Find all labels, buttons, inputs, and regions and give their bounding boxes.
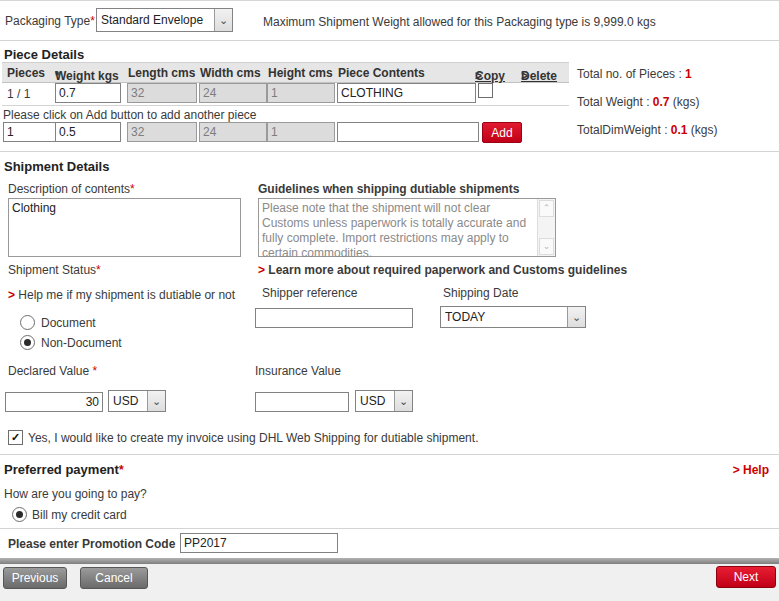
new-piece-contents-input[interactable] (337, 122, 479, 142)
shipping-date-value: TODAY (441, 310, 489, 324)
shipper-reference-input[interactable] (255, 308, 413, 328)
promo-code-input[interactable] (180, 533, 338, 553)
required-asterisk: * (119, 463, 124, 477)
shipper-reference-label: Shipper reference (262, 286, 357, 300)
add-button[interactable]: Add (482, 122, 522, 143)
chevron-down-icon: ⌄ (567, 307, 585, 327)
footer-divider-bar (0, 558, 779, 564)
new-piece-weight-input[interactable] (55, 122, 121, 142)
packaging-type-value: Standard Envelope (97, 13, 207, 27)
declared-currency-value: USD (109, 394, 142, 408)
document-radio[interactable] (20, 315, 35, 330)
shipment-details-title: Shipment Details (4, 159, 109, 174)
piece-details-title: Piece Details (4, 47, 84, 62)
total-pieces: Total no. of Pieces : 1 (577, 67, 692, 81)
document-radio-label: Document (41, 316, 96, 330)
piece-weight-input[interactable] (55, 83, 121, 103)
invoice-checkbox-label: Yes, I would like to create my invoice u… (28, 431, 478, 445)
learn-more-link[interactable]: > Learn more about required paperwork an… (258, 263, 627, 277)
declared-value-label: Declared Value * (8, 364, 97, 378)
col-length: Length cms (128, 66, 195, 80)
required-asterisk: * (55, 69, 60, 83)
shipping-date-label: Shipping Date (443, 286, 518, 300)
required-asterisk: * (96, 263, 101, 277)
total-weight: Total Weight : 0.7 (kgs) (577, 95, 700, 109)
description-textarea[interactable]: Clothing (8, 198, 241, 257)
piece-height-input (267, 83, 335, 103)
link-arrow-icon: > (8, 288, 15, 302)
chevron-down-icon: ⌄ (214, 9, 232, 31)
credit-card-radio[interactable] (12, 507, 27, 522)
check-icon: ✓ (11, 432, 20, 443)
shipment-status-label: Shipment Status* (8, 263, 101, 277)
col-contents: Piece Contents (338, 66, 425, 80)
max-weight-note: Maximum Shipment Weight allowed for this… (263, 15, 656, 29)
new-piece-count-input[interactable] (3, 122, 59, 142)
required-asterisk: * (93, 364, 98, 378)
divider (0, 151, 779, 152)
invoice-checkbox[interactable]: ✓ (8, 430, 23, 445)
cancel-button[interactable]: Cancel (80, 567, 148, 589)
preferred-payment-title: Preferred payment* (4, 462, 124, 477)
packaging-type-select[interactable]: Standard Envelope ⌄ (96, 8, 233, 32)
new-piece-length-input (127, 122, 197, 142)
new-piece-height-input (267, 122, 335, 142)
required-asterisk: * (90, 14, 95, 28)
previous-button[interactable]: Previous (3, 567, 67, 589)
add-piece-hint: Please click on Add button to add anothe… (3, 108, 257, 122)
credit-card-radio-label: Bill my credit card (32, 508, 127, 522)
guidelines-scrollbar[interactable]: ⌃ ⌄ (537, 199, 555, 256)
col-width: Width cms (200, 66, 261, 80)
packaging-type-label: Packaging Type* (5, 14, 95, 28)
declared-currency-select[interactable]: USD ⌄ (108, 390, 166, 412)
insurance-value-input[interactable] (255, 392, 349, 412)
insurance-value-label: Insurance Value (255, 364, 341, 378)
guidelines-label: Guidelines when shipping dutiable shipme… (258, 182, 519, 196)
divider (0, 528, 779, 529)
non-document-radio[interactable] (20, 335, 35, 350)
dhl-shipment-form: Packaging Type* Standard Envelope ⌄ Maxi… (0, 0, 779, 601)
insurance-currency-value: USD (356, 394, 389, 408)
guidelines-text: Please note that the shipment will not c… (262, 201, 535, 261)
piece-row-index: 1 / 1 (7, 87, 30, 101)
help-dutiable-link[interactable]: > Help me if my shipment is dutiable or … (8, 288, 235, 302)
guidelines-box: Please note that the shipment will not c… (258, 198, 556, 257)
chevron-down-icon: ⌄ (147, 391, 165, 411)
payment-question: How are you going to pay? (4, 487, 147, 501)
required-asterisk: * (130, 182, 135, 196)
piece-contents-input[interactable] (337, 83, 476, 103)
insurance-currency-select[interactable]: USD ⌄ (355, 390, 413, 412)
divider (0, 40, 779, 41)
shipping-date-select[interactable]: TODAY ⌄ (440, 306, 586, 328)
next-button[interactable]: Next (716, 566, 776, 588)
new-piece-width-input (199, 122, 267, 142)
col-pieces: Pieces (7, 66, 45, 80)
piece-width-input (199, 83, 267, 103)
divider (2, 105, 569, 106)
declared-value-input[interactable] (5, 392, 103, 412)
scroll-up-icon[interactable]: ⌃ (539, 200, 554, 217)
col-height: Height cms (268, 66, 333, 80)
description-label: Description of contents* (8, 182, 135, 196)
link-arrow-icon: > (733, 463, 740, 477)
non-document-radio-label: Non-Document (41, 336, 122, 350)
promo-code-label: Please enter Promotion Code (8, 537, 175, 551)
payment-help-link[interactable]: > Help (733, 463, 769, 477)
piece-length-input (127, 83, 197, 103)
piece-table-header: Pieces Weight kgs * Length cms Width cms… (2, 62, 569, 83)
copy-row-checkbox[interactable] (478, 83, 493, 98)
chevron-down-icon: ⌄ (394, 391, 412, 411)
total-dim-weight: TotalDimWeight : 0.1 (kgs) (577, 123, 718, 137)
scroll-down-icon[interactable]: ⌄ (539, 238, 554, 255)
link-arrow-icon: > (258, 263, 265, 277)
divider (0, 454, 779, 455)
